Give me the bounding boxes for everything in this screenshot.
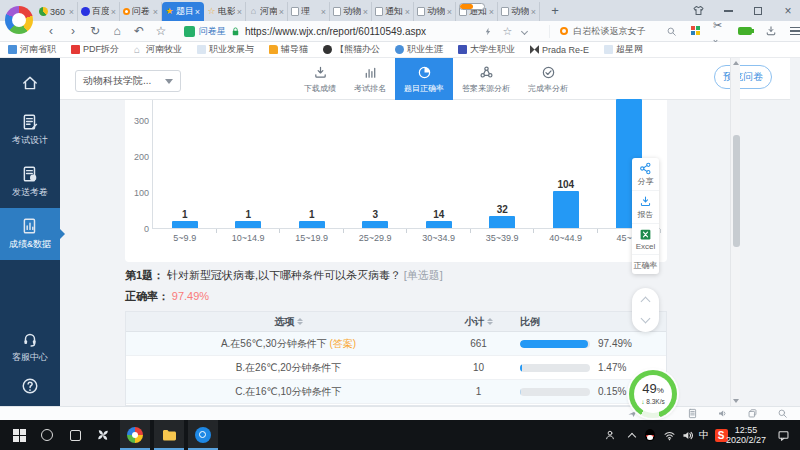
tool-share[interactable]: 分享 (632, 158, 659, 191)
tool-download-tray[interactable]: 报告 (632, 191, 659, 224)
sort-icon[interactable] (487, 318, 493, 325)
minimize-button[interactable] (720, 3, 736, 19)
browser-tab[interactable]: ★题目× (162, 2, 204, 21)
bookmark-item[interactable]: 辅导猫 (269, 43, 308, 56)
ime-indicator[interactable]: 中 (696, 420, 712, 450)
scrollbar-thumb[interactable] (733, 135, 740, 247)
browser-tab[interactable]: ⌂河南× (246, 2, 288, 21)
bookmark-item[interactable]: 职业生涯 (395, 43, 443, 56)
blue-circle-app-icon[interactable] (188, 420, 218, 450)
bolt-icon[interactable] (483, 26, 493, 37)
window-restore-icon[interactable] (747, 408, 758, 419)
undo-icon[interactable]: ↶ (128, 24, 150, 38)
report-nav-share-nodes[interactable]: 答案来源分析 (453, 58, 519, 100)
browser-taskbar-icon[interactable] (120, 420, 150, 450)
apps-grid-icon[interactable] (691, 26, 700, 36)
browser-tab[interactable]: 通知× (372, 2, 414, 21)
taskbar-clock[interactable]: 12:55 2020/2/27 (726, 420, 766, 450)
hidden-icons-chevron[interactable] (624, 420, 640, 450)
home-icon[interactable]: ⌂ (106, 24, 128, 38)
search-box[interactable]: 白岩松谈返京女子 (549, 25, 676, 38)
sidebar-item-doc-send[interactable]: 发送考卷 (0, 156, 60, 208)
bookmark-item[interactable]: 职业发展与 (197, 43, 254, 56)
bookmark-star-icon[interactable]: ☆ (503, 25, 513, 38)
search-icon[interactable] (666, 26, 677, 37)
sidebar-item-home[interactable] (0, 62, 60, 104)
browser-tab[interactable]: 动物× (414, 2, 456, 21)
sort-icon[interactable] (297, 318, 303, 325)
browser-skin-icon[interactable] (690, 3, 706, 19)
people-icon[interactable] (600, 420, 620, 450)
scrollbar-up-icon[interactable] (733, 61, 739, 65)
pinwheel-app-icon[interactable] (90, 420, 116, 450)
bookmark-item[interactable]: 【熊猫办公 (323, 43, 380, 56)
scroll-up-icon[interactable] (641, 297, 651, 307)
reading-mode-icon[interactable] (687, 408, 698, 419)
browser-tab[interactable]: 动物× (330, 2, 372, 21)
bookmark-item[interactable]: Prada Re-E (530, 45, 589, 55)
browser-tab[interactable]: 理× (288, 2, 330, 21)
browser-logo-icon[interactable] (5, 6, 33, 34)
qq-penguin-icon[interactable] (642, 420, 658, 450)
bookmark-item[interactable]: ⌂河南牧业 (134, 43, 182, 56)
refresh-icon[interactable]: ↻ (84, 24, 106, 38)
mute-icon[interactable] (717, 408, 728, 419)
browser-tab[interactable]: ☆电影× (204, 2, 246, 21)
tab-close-icon[interactable]: × (111, 7, 116, 17)
cortana-button[interactable] (34, 420, 60, 450)
tab-close-icon[interactable]: × (153, 7, 158, 17)
tab-close-icon[interactable]: × (279, 7, 284, 17)
tool-excel[interactable]: Excel (632, 224, 659, 255)
sidebar-item-help[interactable] (0, 372, 60, 400)
browser-tab[interactable]: 动物× (498, 2, 540, 21)
favorite-star-icon[interactable]: ☆ (150, 24, 172, 38)
tab-close-icon[interactable]: × (363, 7, 368, 17)
browser-tab[interactable]: 360× (36, 2, 78, 21)
survey-selector[interactable]: 动物科技学院... (75, 70, 181, 92)
browser-tab[interactable]: 通知× (456, 2, 498, 21)
task-view-button[interactable] (62, 420, 88, 450)
report-nav-download-tray[interactable]: 下载成绩 (295, 58, 345, 100)
browser-tab[interactable]: 问卷× (120, 2, 162, 21)
tab-close-icon[interactable]: × (447, 7, 452, 17)
start-button[interactable] (6, 420, 32, 450)
header-option[interactable]: 选项 (126, 315, 451, 329)
file-explorer-icon[interactable] (154, 420, 184, 450)
browser-tab[interactable]: 百度× (78, 2, 120, 21)
page-zoom-icon[interactable] (777, 408, 788, 419)
report-nav-bar-chart[interactable]: 考试排名 (345, 58, 395, 100)
preview-survey-button[interactable]: 预览问卷 (714, 65, 772, 89)
menu-icon[interactable] (790, 27, 800, 35)
bookmark-item[interactable]: 超星网 (604, 43, 643, 56)
maximize-button[interactable] (750, 3, 766, 19)
sidebar-item-doc-edit[interactable]: 考试设计 (0, 104, 60, 156)
volume-icon[interactable] (678, 420, 696, 450)
new-tab-button[interactable]: + (546, 2, 564, 20)
tool-正确率[interactable]: 正确率 (632, 255, 659, 274)
address-bar[interactable]: 问卷星 https://www.wjx.cn/report/60110549.a… (184, 25, 477, 38)
battery-saver-icon[interactable] (738, 27, 751, 35)
report-nav-pie[interactable]: 题目正确率 (395, 58, 453, 100)
tab-close-icon[interactable]: × (195, 7, 200, 17)
download-manager-icon[interactable] (765, 25, 777, 37)
speed-gauge[interactable]: 49% ↓ 8.3K/s (629, 370, 677, 418)
bookmark-item[interactable]: 大学生职业 (458, 43, 515, 56)
tab-close-icon[interactable]: × (489, 7, 494, 17)
back-icon[interactable]: ‹ (40, 24, 62, 38)
sidebar-item-doc-chart[interactable]: 成绩&数据 (0, 208, 60, 260)
forward-icon[interactable]: › (62, 24, 84, 38)
tab-close-icon[interactable]: × (531, 7, 536, 17)
report-nav-check-circle[interactable]: 完成率分析 (519, 58, 577, 100)
scrollbar-down-icon[interactable] (733, 399, 739, 403)
tab-close-icon[interactable]: × (405, 7, 410, 17)
tab-close-icon[interactable]: × (237, 7, 242, 17)
tab-close-icon[interactable]: × (321, 7, 326, 17)
bookmark-item[interactable]: 河南省职 (8, 43, 56, 56)
network-wifi-icon[interactable] (660, 420, 678, 450)
header-count[interactable]: 小计 (451, 315, 506, 329)
screenshot-scissors-icon[interactable]: ✂ (713, 19, 725, 44)
tab-close-icon[interactable]: × (69, 7, 74, 17)
scrollbar[interactable] (730, 58, 740, 406)
sidebar-item-headset[interactable]: 客服中心 (0, 322, 60, 372)
chevron-down-icon[interactable] (521, 27, 528, 34)
